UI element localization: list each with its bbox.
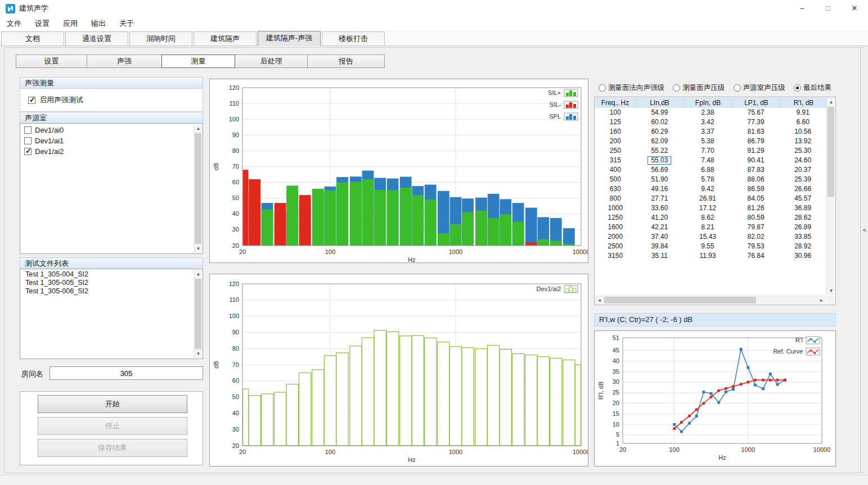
- cell: 26.91: [683, 194, 732, 203]
- table-row[interactable]: 31555.037.4890.4124.60: [595, 156, 826, 165]
- close-button[interactable]: ✕: [841, 0, 868, 17]
- enable-si-test-checkbox[interactable]: [28, 97, 35, 104]
- svg-text:30: 30: [613, 378, 619, 385]
- radio-source-room-spl[interactable]: 声源室声压级: [734, 83, 785, 93]
- main-tab-floor-impact[interactable]: 楼板打击: [322, 31, 385, 46]
- file-item-1[interactable]: Test 1_305-005_SI2: [21, 279, 193, 287]
- column-header-3: LP1, dB: [732, 98, 781, 108]
- table-row[interactable]: 250039.849.5579.5328.92: [595, 242, 826, 251]
- menu-bar: 文件设置应用输出关于: [0, 17, 868, 30]
- table-row[interactable]: 40056.696.8887.8320.37: [595, 165, 826, 175]
- menu-item-output[interactable]: 输出: [91, 19, 106, 29]
- scroll-down-icon[interactable]: [194, 350, 203, 358]
- menu-item-file[interactable]: 文件: [7, 19, 21, 29]
- file-item-0[interactable]: Test 1_305-004_SI2: [21, 270, 193, 279]
- cell: 60.02: [636, 117, 684, 127]
- scrollbar-thumb[interactable]: [604, 297, 756, 303]
- scroll-up-icon[interactable]: [194, 124, 203, 133]
- collapse-panel-button[interactable]: <: [861, 223, 868, 237]
- scrollbar-thumb[interactable]: [195, 133, 201, 244]
- svg-text:110: 110: [229, 296, 239, 303]
- menu-item-apply[interactable]: 应用: [63, 19, 78, 29]
- radio-button[interactable]: [794, 84, 801, 92]
- radio-button[interactable]: [734, 84, 741, 92]
- channel-item-2[interactable]: Dev1/ai2: [21, 146, 193, 157]
- scroll-up-icon[interactable]: [827, 98, 835, 106]
- sub-tab-postprocess[interactable]: 后处理: [235, 55, 308, 68]
- svg-text:15: 15: [613, 410, 619, 417]
- source-room-spl-chart: 203040506070809010011012020100100010000H…: [209, 274, 588, 466]
- radio-button[interactable]: [673, 84, 680, 92]
- table-row[interactable]: 25055.227.7091.2925.30: [595, 146, 826, 156]
- svg-text:90: 90: [232, 329, 239, 336]
- sub-tab-report[interactable]: 报告: [307, 55, 385, 68]
- cell: 13.92: [780, 137, 826, 146]
- table-row[interactable]: 12560.023.4277.396.60: [595, 117, 826, 127]
- table-row[interactable]: 200037.4015.4382.0233.85: [595, 232, 826, 242]
- radio-button[interactable]: [599, 84, 606, 92]
- scroll-left-icon[interactable]: [595, 296, 604, 305]
- save-results-button: 保存结果: [38, 439, 187, 457]
- sub-tab-intensity[interactable]: 声强: [87, 55, 162, 68]
- channel-checkbox[interactable]: [24, 126, 32, 134]
- cell: 84.05: [732, 194, 780, 203]
- cell: 79.53: [732, 242, 780, 251]
- scroll-right-icon[interactable]: [817, 296, 826, 305]
- table-row[interactable]: 315035.1111.9376.8430.96: [595, 251, 826, 261]
- channel-item-0[interactable]: Dev1/ai0: [21, 125, 193, 135]
- main-tab-insulation[interactable]: 建筑隔声: [194, 31, 257, 46]
- svg-text:Dev1/ai2: Dev1/ai2: [537, 285, 561, 292]
- main-tab-document[interactable]: 文档: [1, 31, 64, 46]
- table-row[interactable]: 100033.6017.1281.2636.89: [595, 203, 826, 213]
- scrollbar-thumb[interactable]: [195, 279, 201, 349]
- radio-surface-spl[interactable]: 测量面声压级: [673, 83, 725, 93]
- cell: 5.78: [683, 175, 732, 184]
- cell: 160: [595, 127, 636, 137]
- minimize-button[interactable]: –: [789, 0, 815, 17]
- cell: 3.37: [683, 127, 732, 137]
- cell: 9.42: [683, 184, 732, 194]
- room-name-input[interactable]: [50, 366, 203, 380]
- cell: 9.91: [780, 108, 826, 117]
- channel-checkbox[interactable]: [24, 137, 32, 144]
- scroll-down-icon[interactable]: [827, 287, 835, 295]
- svg-text:1000: 1000: [449, 248, 462, 255]
- file-list-scrollbar[interactable]: [194, 270, 202, 358]
- menu-item-about[interactable]: 关于: [119, 19, 134, 29]
- table-row[interactable]: 80027.7126.9184.0545.57: [595, 194, 826, 203]
- sub-tab-bar: 设置声强测量后处理报告: [16, 55, 387, 68]
- cell: 82.02: [732, 232, 780, 242]
- table-row[interactable]: 16060.293.3781.6310.56: [595, 127, 826, 137]
- table-row[interactable]: 63049.169.4286.5926.66: [595, 184, 826, 194]
- side-panel-strip: <: [860, 48, 868, 473]
- radio-final-result[interactable]: 最后结果: [794, 83, 831, 93]
- table-row[interactable]: 160042.218.2179.8726.89: [595, 223, 826, 232]
- cell: 39.84: [636, 242, 684, 251]
- radio-normal-intensity-level[interactable]: 测量面法向声强级: [599, 83, 664, 93]
- scroll-up-icon[interactable]: [194, 270, 203, 278]
- table-vertical-scrollbar[interactable]: [826, 98, 835, 295]
- svg-text:Hz: Hz: [408, 456, 415, 463]
- sub-tab-measure[interactable]: 测量: [161, 55, 235, 68]
- table-horizontal-scrollbar[interactable]: [595, 296, 826, 304]
- file-item-2[interactable]: Test 1_305-006_SI2: [21, 287, 193, 296]
- cell: 77.39: [732, 117, 780, 127]
- table-row[interactable]: 20062.095.3886.7913.92: [595, 137, 826, 146]
- main-tab-insulation-si[interactable]: 建筑隔声-声强: [258, 31, 321, 46]
- table-row[interactable]: 50051.905.7888.0625.39: [595, 175, 826, 184]
- main-tab-channel-setup[interactable]: 通道设置: [65, 31, 128, 46]
- channel-list-scrollbar[interactable]: [194, 124, 202, 253]
- start-button[interactable]: 开始: [38, 395, 187, 413]
- channel-checkbox[interactable]: [24, 148, 32, 155]
- menu-item-settings[interactable]: 设置: [35, 19, 50, 29]
- main-tab-reverb-time[interactable]: 混响时间: [129, 31, 192, 46]
- scrollbar-thumb[interactable]: [827, 107, 834, 197]
- table-row[interactable]: 125041.208.6280.5928.62: [595, 213, 826, 223]
- table-row[interactable]: 10054.992.3875.679.91: [595, 108, 826, 117]
- cell: 800: [595, 194, 636, 203]
- maximize-button[interactable]: □: [815, 0, 841, 17]
- scroll-down-icon[interactable]: [194, 244, 203, 253]
- channel-item-1[interactable]: Dev1/ai1: [21, 135, 193, 146]
- radio-label: 声源室声压级: [743, 83, 785, 93]
- sub-tab-setup[interactable]: 设置: [16, 55, 87, 68]
